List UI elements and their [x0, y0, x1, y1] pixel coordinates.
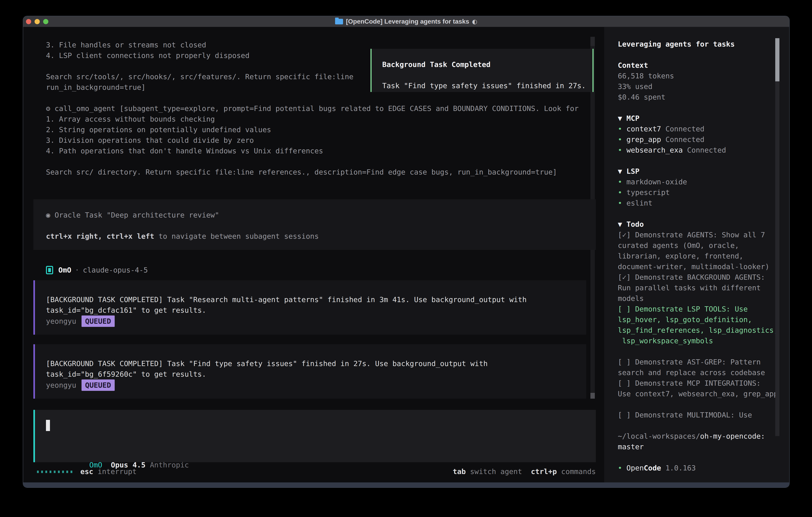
- esc-label: interrupt: [93, 467, 137, 475]
- ctrlp-key: ctrl+p: [531, 467, 557, 475]
- task-message-footer: yeongyuQUEUED: [46, 316, 586, 326]
- context-used: 33% used: [618, 81, 778, 92]
- spinner-dot: [58, 471, 60, 473]
- lsp-item-eslint: • eslint: [618, 198, 778, 208]
- workspace-branch: master: [618, 441, 778, 452]
- window-title: [OpenCode] Leveraging agents for tasks ◐: [335, 18, 477, 25]
- todo-item-pending: [ ] Demonstrate MCP INTEGRATIONS:: [618, 378, 778, 388]
- session-sidebar: Leveraging agents for tasks Context66,51…: [604, 27, 790, 483]
- agent-separator: ·: [75, 266, 79, 274]
- task-user: yeongyu: [46, 381, 76, 389]
- context-tokens: 66,518 tokens: [618, 71, 778, 81]
- sidebar-scrollbar-thumb[interactable]: [775, 38, 779, 81]
- context-spent: $0.46 spent: [618, 92, 778, 102]
- folder-icon: [335, 19, 343, 24]
- terminal-content: 3. File handles or streams not closed4. …: [23, 27, 789, 483]
- spinner-dot: [50, 471, 51, 473]
- blank-line: [618, 452, 778, 463]
- agent-model: claude-opus-4-5: [83, 266, 148, 274]
- mcp-header: ▼ MCP: [618, 113, 778, 124]
- notification-title: Background Task Completed: [382, 59, 592, 70]
- agent-checkbox-icon: [46, 266, 53, 274]
- message-line: Search src/ directory. Return specific f…: [46, 167, 579, 177]
- spinner-dot: [41, 471, 43, 473]
- task-message-line2: task_id="bg_dcfac161" to get results.: [46, 305, 586, 316]
- spinner-dot: [62, 471, 64, 473]
- spinner-dot: [37, 471, 39, 473]
- blank-line: [618, 399, 778, 410]
- agent-name: OmO: [58, 266, 71, 274]
- ctrlp-label: commands: [557, 467, 596, 475]
- context-header: Context: [618, 60, 778, 71]
- blank-line: [46, 156, 579, 167]
- oracle-hint-text: to navigate between subagent sessions: [154, 232, 319, 240]
- status-bar: esc interrupt tab switch agentctrl+p com…: [23, 466, 604, 477]
- input-model-info: OmOOpus 4.5Anthropic: [46, 449, 189, 460]
- main-scrollbar-thumb[interactable]: [590, 393, 595, 399]
- todo-item-done: document-writer, multimodal-looker): [618, 261, 778, 272]
- task-message-line1: [BACKGROUND TASK COMPLETED] Task "Resear…: [46, 294, 586, 305]
- window-title-text: [OpenCode] Leveraging agents for tasks: [346, 18, 469, 25]
- task-message-footer: yeongyuQUEUED: [46, 379, 586, 390]
- spinner-dot: [46, 471, 47, 473]
- task-message-line1: [BACKGROUND TASK COMPLETED] Task "Find t…: [46, 358, 586, 369]
- task-user: yeongyu: [46, 317, 76, 325]
- sidebar-scrollbar-track[interactable]: [775, 38, 779, 436]
- oracle-hint-keys: ctrl+x right, ctrl+x left: [46, 232, 154, 240]
- blank-line: [618, 346, 778, 357]
- spinner-dot: [54, 471, 56, 473]
- shortcut-hints: tab switch agentctrl+p commands: [453, 466, 596, 477]
- blank-line: [46, 92, 579, 103]
- prompt-input[interactable]: OmOOpus 4.5Anthropic: [33, 410, 596, 462]
- blank-line: [618, 208, 778, 219]
- queued-badge: QUEUED: [82, 379, 115, 391]
- zoom-button[interactable]: [43, 19, 48, 24]
- window-titlebar[interactable]: [OpenCode] Leveraging agents for tasks ◐: [23, 16, 789, 27]
- main-scrollbar-segment[interactable]: [590, 37, 595, 46]
- todo-item-pending: [ ] Demonstrate MULTIMODAL: Use: [618, 410, 778, 420]
- todo-item-done: models: [618, 293, 778, 304]
- oracle-task-panel: ◉ Oracle Task "Deep architecture review"…: [33, 199, 596, 250]
- todo-item-done: [✓] Demonstrate BACKGROUND AGENTS:: [618, 272, 778, 282]
- message-line: 2. String operations on potentially unde…: [46, 124, 579, 135]
- half-circle-icon: ◐: [472, 18, 477, 25]
- message-line: 1. Array access without bounds checking: [46, 114, 579, 124]
- blank-line: [618, 155, 778, 166]
- todo-item-done: curated agents (OmO, oracle,: [618, 240, 778, 251]
- mcp-item-context7: • context7 Connected: [618, 124, 778, 134]
- todo-item-pending: search and replace across codebase: [618, 367, 778, 378]
- task-message-line2: task_id="bg_6f59260c" to get results.: [46, 369, 586, 379]
- oracle-task-heading: ◉ Oracle Task "Deep architecture review": [46, 210, 596, 220]
- sidebar-content: Leveraging agents for tasks Context66,51…: [618, 39, 778, 473]
- blank-line: [618, 102, 778, 113]
- background-task-message: [BACKGROUND TASK COMPLETED] Task "Find t…: [33, 344, 586, 399]
- notification-body: Task "Find type safety issues" finished …: [382, 80, 592, 91]
- todo-item-done: [✓] Demonstrate AGENTS: Show all 7: [618, 229, 778, 240]
- todo-item-done: librarian, explore, frontend,: [618, 251, 778, 261]
- close-button[interactable]: [26, 19, 31, 24]
- todo-item-pending: Use context7, websearch_exa, grep_app: [618, 388, 778, 399]
- queued-badge: QUEUED: [82, 316, 115, 327]
- background-task-notification: Background Task Completed Task "Find typ…: [371, 49, 593, 92]
- todo-item-done: Run parallel tasks with different: [618, 282, 778, 293]
- busy-spinner: [37, 471, 72, 473]
- spinner-dot: [66, 471, 68, 473]
- lsp-item-typescript: • typescript: [618, 187, 778, 198]
- sidebar-session-title: Leveraging agents for tasks: [618, 39, 778, 49]
- agent-header-row: OmO · claude-opus-4-5: [46, 265, 148, 275]
- window-bottom-chrome: [23, 483, 789, 487]
- mcp-item-grep-app: • grep_app Connected: [618, 134, 778, 145]
- todo-item-active: [ ] Demonstrate LSP TOOLS: Use: [618, 304, 778, 314]
- lsp-item-markdown-oxide: • markdown-oxide: [618, 176, 778, 187]
- interrupt-hint: esc interrupt: [80, 466, 137, 477]
- blank-line: [618, 49, 778, 60]
- minimize-button[interactable]: [35, 19, 40, 24]
- background-task-message: [BACKGROUND TASK COMPLETED] Task "Resear…: [33, 280, 586, 335]
- workspace-path: ~/local-workspaces/oh-my-opencode:: [618, 431, 778, 441]
- message-line: 3. Division operations that could divide…: [46, 135, 579, 145]
- lsp-header: ▼ LSP: [618, 166, 778, 176]
- mcp-item-websearch-exa: • websearch_exa Connected: [618, 145, 778, 155]
- todo-item-active: lsp_workspace_symbols: [618, 335, 778, 346]
- traffic-lights: [26, 19, 48, 24]
- todo-item-pending: [ ] Demonstrate AST-GREP: Pattern: [618, 357, 778, 367]
